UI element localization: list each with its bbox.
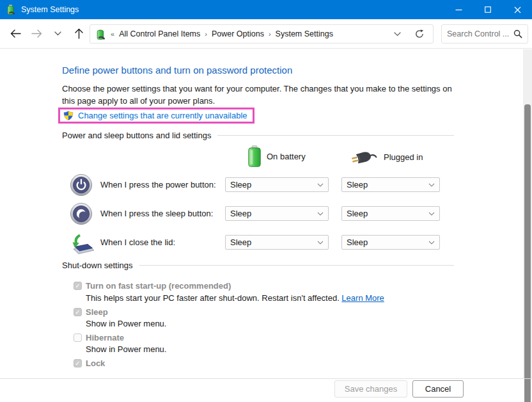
battery-icon <box>248 145 261 167</box>
hibernate-option: Hibernate <box>74 333 124 342</box>
breadcrumb-separator: › <box>269 30 271 38</box>
close-lid-row-label: When I close the lid: <box>100 237 175 247</box>
sleep-button-plugged-in-dropdown[interactable]: Sleep <box>341 206 440 221</box>
hibernate-option-description: Show in Power menu. <box>86 344 166 354</box>
sleep-button-on-battery-dropdown[interactable]: Sleep <box>225 206 329 221</box>
breadcrumb-item-power-options[interactable]: Power Options <box>212 29 264 38</box>
up-button[interactable] <box>68 24 90 44</box>
section-divider <box>139 265 454 266</box>
recent-pages-dropdown-icon[interactable] <box>47 24 68 44</box>
plugged-in-column-header: Plugged in <box>351 149 423 165</box>
search-input[interactable] <box>447 29 513 38</box>
sleep-button-row-label: When I press the sleep button: <box>100 209 213 218</box>
title-bar: System Settings <box>0 0 532 19</box>
power-button-row: When I press the power button: Sleep Sle… <box>0 173 532 199</box>
minimize-button[interactable] <box>444 0 473 19</box>
sleep-button-icon <box>70 202 93 225</box>
fast-startup-option: ✓ Turn on fast start-up (recommended) <box>74 281 231 291</box>
maximize-button[interactable] <box>473 0 503 19</box>
power-options-icon <box>95 29 106 40</box>
breadcrumb-item-system-settings[interactable]: System Settings <box>276 29 333 38</box>
chevron-down-icon <box>317 183 324 187</box>
app-battery-icon <box>6 4 16 15</box>
dropdown-value: Sleep <box>230 209 251 218</box>
close-lid-on-battery-dropdown[interactable]: Sleep <box>225 235 329 250</box>
admin-link-highlight-box[interactable]: Change settings that are currently unava… <box>58 108 254 124</box>
change-settings-link[interactable]: Change settings that are currently unava… <box>78 111 247 120</box>
chevron-down-icon <box>428 183 435 187</box>
sleep-option-label: Sleep <box>86 307 108 317</box>
dropdown-value: Sleep <box>230 180 251 189</box>
chevron-down-icon <box>317 241 324 245</box>
power-button-plugged-in-dropdown[interactable]: Sleep <box>341 177 440 192</box>
navigation-toolbar: « All Control Panel Items › Power Option… <box>0 19 532 49</box>
power-button-on-battery-dropdown[interactable]: Sleep <box>225 177 329 192</box>
lock-option: ✓ Lock <box>74 358 105 368</box>
footer-divider <box>0 378 532 379</box>
power-button-icon <box>70 173 93 197</box>
breadcrumb-overflow[interactable]: « <box>111 30 114 38</box>
sleep-checkbox[interactable]: ✓ <box>74 308 82 316</box>
lock-option-label: Lock <box>86 358 105 368</box>
fast-startup-description: This helps start your PC faster after sh… <box>86 293 384 303</box>
address-bar[interactable]: « All Control Panel Items › Power Option… <box>90 24 434 44</box>
cancel-button[interactable]: Cancel <box>412 380 464 398</box>
plug-icon <box>351 149 378 165</box>
close-button[interactable] <box>503 0 532 19</box>
shutdown-section-header: Shut-down settings <box>62 261 454 270</box>
hibernate-option-label: Hibernate <box>86 333 124 342</box>
fast-startup-label: Turn on fast start-up (recommended) <box>86 281 231 291</box>
fast-startup-checkbox[interactable]: ✓ <box>74 282 82 290</box>
sleep-button-row: When I press the sleep button: Sleep Sle… <box>0 202 532 228</box>
page-title: Define power buttons and turn on passwor… <box>62 65 292 76</box>
shutdown-section-title: Shut-down settings <box>62 261 133 270</box>
sleep-option: ✓ Sleep <box>74 307 108 317</box>
window-title: System Settings <box>21 5 79 14</box>
intro-text: Choose the power settings that you want … <box>62 83 456 107</box>
search-box[interactable] <box>441 24 528 44</box>
dropdown-value: Sleep <box>347 180 368 189</box>
laptop-lid-icon <box>70 234 95 255</box>
fast-startup-description-text: This helps start your PC faster after sh… <box>86 293 341 303</box>
chevron-down-icon <box>428 212 435 216</box>
uac-shield-icon <box>63 110 74 121</box>
search-icon[interactable] <box>513 29 522 38</box>
plugged-in-label: Plugged in <box>384 152 423 162</box>
refresh-icon[interactable] <box>415 29 424 38</box>
chevron-down-icon <box>317 212 324 216</box>
power-section-header: Power and sleep buttons and lid settings <box>62 131 454 140</box>
hibernate-checkbox[interactable] <box>74 334 82 342</box>
save-changes-button[interactable]: Save changes <box>334 380 407 398</box>
dropdown-value: Sleep <box>347 237 368 247</box>
close-lid-plugged-in-dropdown[interactable]: Sleep <box>341 235 440 250</box>
dropdown-value: Sleep <box>230 237 251 247</box>
back-button[interactable] <box>5 24 26 44</box>
dropdown-value: Sleep <box>347 209 368 218</box>
learn-more-link[interactable]: Learn More <box>341 293 384 303</box>
chevron-down-icon <box>428 241 435 245</box>
power-section-title: Power and sleep buttons and lid settings <box>62 131 211 140</box>
breadcrumb-separator: › <box>205 30 207 38</box>
on-battery-column-header: On battery <box>248 145 306 167</box>
breadcrumb-item-all-control-panel-items[interactable]: All Control Panel Items <box>119 29 200 38</box>
on-battery-label: On battery <box>267 152 306 161</box>
section-divider <box>217 135 454 136</box>
forward-button[interactable] <box>26 24 47 44</box>
power-button-row-label: When I press the power button: <box>100 180 216 189</box>
address-dropdown-icon[interactable] <box>394 32 401 36</box>
lock-checkbox[interactable]: ✓ <box>74 359 82 367</box>
close-lid-row: When I close the lid: Sleep Sleep <box>0 231 532 257</box>
sleep-option-description: Show in Power menu. <box>86 319 166 328</box>
